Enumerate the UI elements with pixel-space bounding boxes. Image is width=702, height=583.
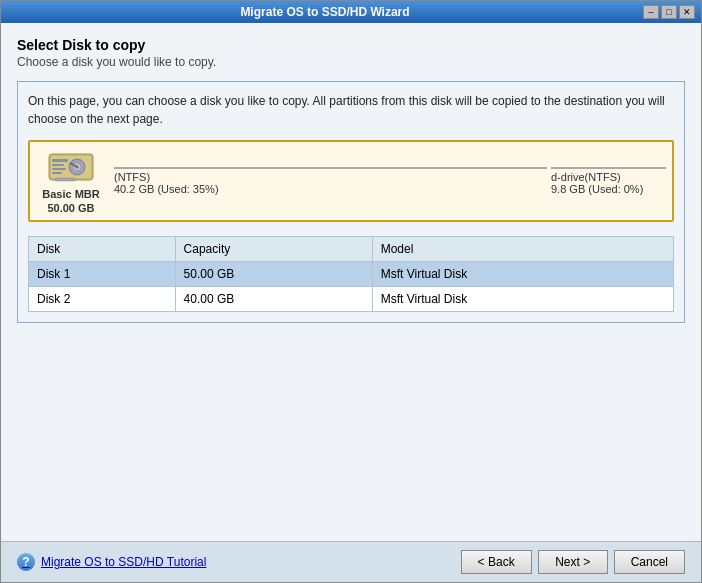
col-model: Model — [372, 237, 673, 262]
next-button[interactable]: Next > — [538, 550, 608, 574]
content-area: Select Disk to copy Choose a disk you wo… — [1, 23, 701, 541]
cell-model-2: Msft Virtual Disk — [372, 287, 673, 312]
main-window: Migrate OS to SSD/HD Wizard – □ ✕ Select… — [0, 0, 702, 583]
disk-table: Disk Capacity Model Disk 1 50.00 GB Msft… — [28, 236, 674, 312]
partition-bar-side — [551, 167, 666, 169]
svg-rect-9 — [52, 172, 62, 174]
cell-model-1: Msft Virtual Disk — [372, 262, 673, 287]
help-link[interactable]: ? Migrate OS to SSD/HD Tutorial — [17, 553, 206, 571]
hdd-icon — [47, 148, 95, 186]
close-button[interactable]: ✕ — [679, 5, 695, 19]
page-subtitle: Choose a disk you would like to copy. — [17, 55, 685, 69]
partition-bar-row: (NTFS) 40.2 GB (Used: 35%) d-drive(NTFS) — [114, 167, 666, 195]
title-bar: Migrate OS to SSD/HD Wizard – □ ✕ — [1, 1, 701, 23]
disk-preview: Basic MBR 50.00 GB (NTFS) 40.2 — [28, 140, 674, 222]
cell-capacity-2: 40.00 GB — [175, 287, 372, 312]
disk-icon-box: Basic MBR 50.00 GB — [36, 148, 106, 214]
col-capacity: Capacity — [175, 237, 372, 262]
minimize-button[interactable]: – — [643, 5, 659, 19]
window-controls: – □ ✕ — [643, 5, 695, 19]
disk-partitions: (NTFS) 40.2 GB (Used: 35%) d-drive(NTFS) — [114, 167, 666, 195]
svg-rect-6 — [52, 159, 68, 162]
table-row[interactable]: Disk 2 40.00 GB Msft Virtual Disk — [29, 287, 674, 312]
bottom-bar: ? Migrate OS to SSD/HD Tutorial < Back N… — [1, 541, 701, 582]
partition-main-label: (NTFS) 40.2 GB (Used: 35%) — [114, 171, 547, 195]
maximize-button[interactable]: □ — [661, 5, 677, 19]
disk-icon-label2: 50.00 GB — [47, 202, 94, 214]
svg-rect-10 — [55, 178, 75, 181]
col-disk: Disk — [29, 237, 176, 262]
back-button[interactable]: < Back — [461, 550, 532, 574]
cell-capacity-1: 50.00 GB — [175, 262, 372, 287]
description-text: On this page, you can choose a disk you … — [28, 92, 674, 128]
help-link-text: Migrate OS to SSD/HD Tutorial — [41, 555, 206, 569]
cell-disk-2: Disk 2 — [29, 287, 176, 312]
window-title: Migrate OS to SSD/HD Wizard — [7, 5, 643, 19]
partition-side-info: d-drive(NTFS) 9.8 GB (Used: 0%) — [551, 171, 666, 195]
cell-disk-1: Disk 1 — [29, 262, 176, 287]
svg-rect-8 — [52, 168, 66, 170]
table-row[interactable]: Disk 1 50.00 GB Msft Virtual Disk — [29, 262, 674, 287]
nav-buttons: < Back Next > Cancel — [461, 550, 685, 574]
table-header-row: Disk Capacity Model — [29, 237, 674, 262]
main-panel: On this page, you can choose a disk you … — [17, 81, 685, 323]
cancel-button[interactable]: Cancel — [614, 550, 685, 574]
partition-bar-main — [114, 167, 547, 169]
help-icon: ? — [17, 553, 35, 571]
page-title: Select Disk to copy — [17, 37, 685, 53]
svg-rect-7 — [52, 164, 64, 166]
disk-icon-label1: Basic MBR — [42, 188, 99, 200]
